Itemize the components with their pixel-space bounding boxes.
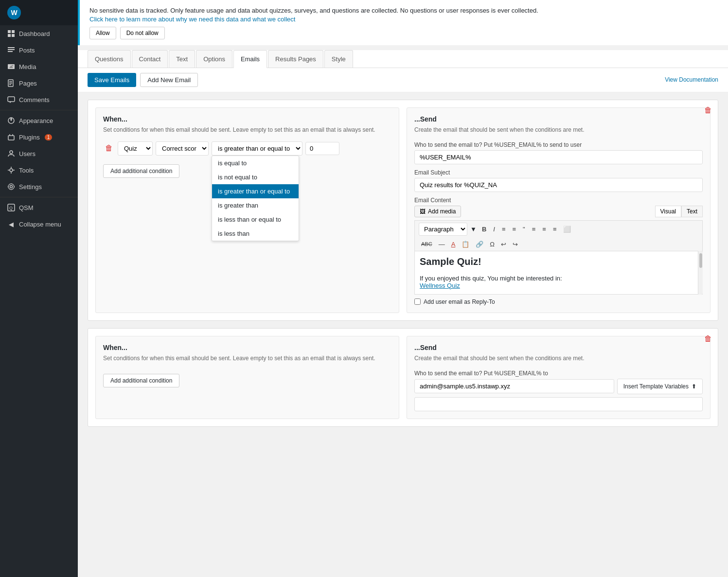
- delete-condition-icon[interactable]: 🗑: [103, 144, 115, 153]
- do-not-allow-button[interactable]: Do not allow: [120, 27, 165, 39]
- media-icon: [7, 63, 15, 70]
- tab-text[interactable]: Text: [169, 50, 195, 68]
- tab-emails[interactable]: Emails: [233, 50, 267, 68]
- sidebar-item-users[interactable]: Users: [0, 145, 78, 162]
- sidebar-item-dashboard[interactable]: Dashboard: [0, 25, 78, 42]
- align-left-button[interactable]: ≡: [530, 224, 538, 234]
- tab-contact[interactable]: Contact: [132, 50, 168, 68]
- insert-template-bar[interactable]: Insert Template Variables ⬆: [617, 379, 703, 394]
- op-equal[interactable]: is equal to: [212, 156, 299, 170]
- delete-email-2-icon[interactable]: 🗑: [704, 334, 712, 343]
- email-input-2[interactable]: [414, 397, 703, 411]
- tab-results-pages[interactable]: Results Pages: [268, 50, 323, 68]
- add-media-button-1[interactable]: 🖼 Add media: [414, 206, 461, 217]
- paragraph-select-1[interactable]: Paragraph Heading 1 Heading 2: [419, 223, 467, 236]
- add-condition-button-1[interactable]: Add additional condition: [103, 164, 179, 178]
- more-button[interactable]: ⬜: [561, 224, 573, 234]
- add-media-icon: 🖼: [420, 208, 426, 215]
- send-title-2: ...Send: [414, 344, 703, 351]
- editor-bold-text: Sample Quiz!: [420, 256, 481, 267]
- ol-button[interactable]: ≡: [510, 224, 518, 234]
- send-title-1: ...Send: [414, 115, 703, 123]
- editor-scrollbar-1[interactable]: [698, 251, 703, 295]
- wordpress-logo: W: [7, 6, 21, 19]
- hr-button[interactable]: —: [436, 239, 447, 249]
- op-gt[interactable]: is greater than: [212, 198, 299, 212]
- sidebar-item-media[interactable]: Media: [0, 58, 78, 75]
- notice-link[interactable]: Click here to learn more about why we ne…: [89, 16, 295, 23]
- delete-email-1-icon[interactable]: 🗑: [704, 106, 712, 115]
- dashboard-icon: [7, 30, 15, 37]
- editor-link-text[interactable]: Wellness Quiz: [420, 282, 460, 289]
- op-lte[interactable]: is less than or equal to: [212, 212, 299, 227]
- sidebar-item-appearance[interactable]: Appearance: [0, 112, 78, 129]
- paste-text-button[interactable]: 📋: [459, 239, 472, 249]
- condition-value-input[interactable]: [305, 142, 339, 155]
- sidebar-item-label: Users: [19, 150, 36, 157]
- visual-tab-1[interactable]: Visual: [655, 206, 681, 217]
- view-documentation-link[interactable]: View Documentation: [665, 76, 718, 83]
- tab-style[interactable]: Style: [324, 50, 353, 68]
- redo-button[interactable]: ↪: [510, 239, 520, 249]
- toolbar-left: Save Emails Add New Email: [88, 73, 198, 87]
- op-gte[interactable]: is greater than or equal to: [212, 184, 299, 198]
- italic-button[interactable]: I: [491, 224, 497, 234]
- font-color-button[interactable]: A: [449, 239, 458, 249]
- when-send-row-2: When... Set conditions for when this ema…: [95, 336, 710, 419]
- tab-questions[interactable]: Questions: [88, 50, 131, 68]
- who-input-1[interactable]: [414, 150, 703, 164]
- blockquote-button[interactable]: ": [520, 224, 528, 234]
- editor-body-text: If you enjoyed this quiz, You might be i…: [420, 275, 695, 282]
- sidebar-item-qsm[interactable]: Q QSM: [0, 199, 78, 216]
- subject-input-1[interactable]: [414, 178, 703, 192]
- sidebar-item-collapse[interactable]: ◀ Collapse menu: [0, 216, 78, 232]
- condition-field-select[interactable]: Correct scor Total score: [156, 141, 209, 156]
- add-condition-button-2[interactable]: Add additional condition: [103, 374, 179, 387]
- sidebar-item-posts[interactable]: Posts: [0, 42, 78, 58]
- media-row-1: 🖼 Add media Visual Text: [414, 206, 703, 217]
- editor-toolbar-1: Paragraph Heading 1 Heading 2 ▼ B I ≡ ≡ …: [414, 220, 703, 238]
- who-input-row-2: Insert Template Variables ⬆: [414, 379, 703, 394]
- allow-button[interactable]: Allow: [89, 27, 116, 39]
- add-new-email-button[interactable]: Add New Email: [140, 73, 198, 87]
- toolbar-sep: ▼: [470, 226, 477, 233]
- who-label-2: Who to send the email to? Put %USER_EMAI…: [414, 370, 703, 377]
- sidebar-item-comments[interactable]: Comments: [0, 91, 78, 108]
- plugins-icon: [7, 133, 15, 141]
- sidebar-item-tools[interactable]: Tools: [0, 162, 78, 178]
- sidebar-item-plugins[interactable]: Plugins 1: [0, 129, 78, 145]
- who-input-2[interactable]: [414, 379, 614, 393]
- special-char-button[interactable]: Ω: [487, 239, 497, 249]
- when-col-2: When... Set conditions for when this ema…: [95, 336, 399, 419]
- text-tab-1[interactable]: Text: [681, 206, 703, 217]
- sidebar-item-label: Appearance: [19, 117, 53, 124]
- condition-operator-select[interactable]: is equal to is greater than or equal to: [212, 141, 302, 156]
- tab-options[interactable]: Options: [196, 50, 232, 68]
- strikethrough-button[interactable]: ABC: [419, 240, 435, 248]
- comments-icon: [7, 96, 15, 104]
- sidebar-item-label: Dashboard: [19, 30, 50, 37]
- op-lt[interactable]: is less than: [212, 227, 299, 241]
- editor-content-1[interactable]: Sample Quiz! If you enjoyed this quiz, Y…: [414, 251, 703, 295]
- bold-button[interactable]: B: [479, 224, 489, 234]
- operator-dropdown-list: is equal to is not equal to is greater t…: [212, 156, 299, 241]
- svg-point-9: [12, 65, 14, 67]
- reply-to-checkbox-1[interactable]: [414, 298, 421, 305]
- clear-format-button[interactable]: 🔗: [473, 239, 486, 249]
- undo-button[interactable]: ↩: [498, 239, 509, 249]
- qsm-icon: Q: [7, 204, 15, 211]
- tools-icon: [7, 166, 15, 174]
- align-right-button[interactable]: ≡: [550, 224, 559, 234]
- align-center-button[interactable]: ≡: [540, 224, 549, 234]
- main-content: No sensitive data is tracked. Only featu…: [78, 0, 728, 577]
- op-not-equal[interactable]: is not equal to: [212, 170, 299, 184]
- save-emails-button[interactable]: Save Emails: [88, 73, 136, 87]
- appearance-icon: [7, 117, 15, 124]
- sidebar-item-label: Pages: [19, 80, 37, 87]
- condition-type-select[interactable]: Quiz Score: [118, 141, 153, 156]
- editor-wrapper-1: Sample Quiz! If you enjoyed this quiz, Y…: [414, 251, 703, 295]
- sidebar-item-pages[interactable]: Pages: [0, 75, 78, 91]
- sidebar-item-settings[interactable]: Settings: [0, 178, 78, 195]
- when-title-2: When...: [103, 344, 391, 351]
- ul-button[interactable]: ≡: [499, 224, 508, 234]
